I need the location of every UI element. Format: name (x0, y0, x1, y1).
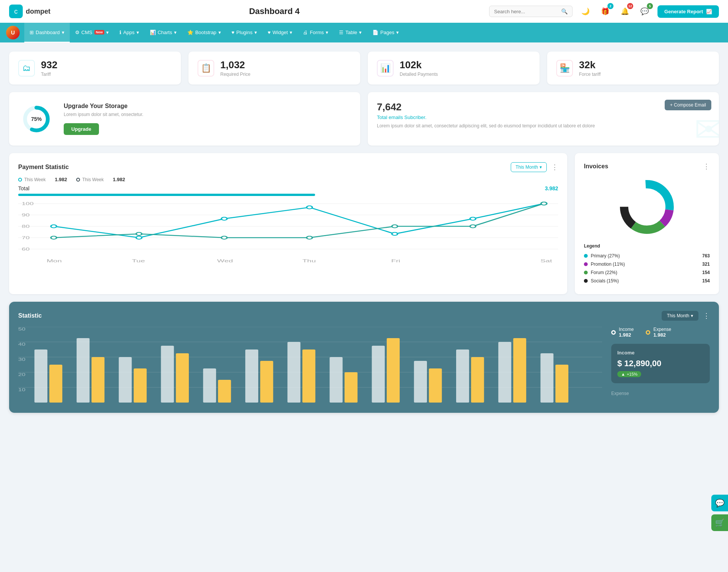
chart-icon: 📈 (706, 9, 712, 14)
expense-section-label: Expense (611, 388, 710, 399)
compose-email-button[interactable]: + Compose Email (665, 100, 711, 110)
logo: c dompet (9, 5, 50, 18)
charts-row: Payment Statistic This Month ▾ ⋮ This We… (9, 153, 719, 294)
stat-info: 102k Detalled Payments (400, 59, 438, 77)
legend-primary: Primary (27%) 763 (584, 252, 710, 260)
legend-dot-teal (18, 178, 22, 182)
storage-info: Upgrade Your Storage Lorem ipsum dolor s… (64, 103, 143, 135)
svg-point-14 (221, 217, 227, 220)
socials-count: 154 (702, 278, 710, 284)
payments-icon: 📊 (377, 60, 394, 77)
stat-info: 1,032 Required Price (220, 59, 250, 77)
nav-item-plugins[interactable]: ♥ Plugins ▾ (226, 23, 262, 42)
svg-text:Mon: Mon (47, 259, 62, 263)
svg-rect-47 (49, 365, 62, 403)
nav-item-charts[interactable]: 📊 Charts ▾ (144, 23, 182, 42)
statistic-sidebar: Income 1.982 Expense 1.982 Income $ (611, 327, 710, 404)
invoices-title: Invoices (584, 163, 608, 170)
svg-rect-66 (456, 349, 469, 403)
chat-button[interactable]: 💬 5 (638, 5, 651, 18)
chat-badge: 5 (647, 3, 653, 9)
nav-item-widget[interactable]: ♥ Widget ▾ (262, 23, 298, 42)
statistic-controls: This Month ▾ ⋮ (662, 311, 710, 321)
svg-rect-60 (329, 357, 342, 403)
svg-rect-59 (302, 349, 315, 403)
svg-rect-53 (176, 353, 189, 403)
nav-item-bootstrap[interactable]: ⭐ Bootstrap ▾ (182, 23, 226, 42)
pages-icon: 📄 (372, 30, 378, 35)
legend-item-1: This Week (18, 177, 46, 182)
nav-item-cms[interactable]: ⚙ CMS New ▾ (70, 23, 114, 42)
stats-row: 🗂 932 Tariff 📋 1,032 Required Price 📊 10… (9, 52, 719, 85)
promotion-count: 321 (702, 262, 710, 267)
price-label: Required Price (220, 72, 250, 77)
nav-item-dashboard[interactable]: ⊞ Dashboard ▾ (24, 23, 70, 42)
nav-item-apps[interactable]: ℹ Apps ▾ (114, 23, 144, 42)
expense-legend-item: Expense 1.982 (646, 327, 671, 338)
upgrade-button[interactable]: Upgrade (64, 123, 99, 135)
stat-card-required-price: 📋 1,032 Required Price (188, 52, 360, 85)
statistic-month-filter[interactable]: This Month ▾ (662, 311, 698, 321)
logo-name: dompet (26, 8, 50, 16)
svg-rect-50 (119, 357, 132, 403)
this-month-filter[interactable]: This Month ▾ (511, 162, 547, 172)
invoices-more-icon[interactable]: ⋮ (703, 162, 710, 171)
total-row: Total 3.982 (18, 185, 558, 191)
svg-text:20: 20 (18, 373, 25, 377)
gift-button[interactable]: 🎁 2 (598, 5, 612, 18)
search-box[interactable]: 🔍 (489, 6, 573, 17)
nav-item-table[interactable]: ☰ Table ▾ (334, 23, 367, 42)
more-options-icon[interactable]: ⋮ (551, 163, 558, 171)
middle-row: 75% Upgrade Your Storage Lorem ipsum dol… (9, 92, 719, 146)
svg-text:10: 10 (18, 388, 25, 392)
svg-text:50: 50 (18, 327, 25, 331)
envelope-icon: ✉ (694, 110, 719, 146)
invoices-legend: Primary (27%) 763 Promotion (11%) 321 Fo… (584, 252, 710, 285)
storage-percent: 75% (31, 116, 42, 122)
svg-rect-49 (91, 357, 104, 403)
promotion-dot (584, 262, 588, 266)
income-badge: ▲ +15% (617, 371, 641, 377)
bootstrap-icon: ⭐ (187, 30, 193, 35)
svg-rect-71 (555, 365, 568, 403)
search-input[interactable] (494, 9, 558, 14)
generate-report-button[interactable]: Generate Report 📈 (657, 5, 719, 18)
svg-point-20 (136, 232, 142, 235)
invoices-header: Invoices ⋮ (584, 162, 710, 171)
statistic-legend: Income 1.982 Expense 1.982 (611, 327, 710, 338)
svg-text:100: 100 (22, 202, 33, 206)
svg-point-25 (541, 202, 547, 205)
payment-line-chart: 100 90 80 70 60 (18, 196, 558, 264)
plugins-icon: ♥ (232, 30, 235, 35)
chevron-down-icon: ▾ (326, 30, 328, 35)
chevron-down-icon: ▾ (174, 30, 177, 35)
nav-item-pages[interactable]: 📄 Pages ▾ (367, 23, 404, 42)
svg-text:70: 70 (22, 236, 30, 240)
statistic-more-icon[interactable]: ⋮ (703, 312, 710, 320)
page-title: Dashboard 4 (249, 6, 300, 16)
svg-rect-51 (134, 368, 147, 403)
nav-item-forms[interactable]: 🖨 Forms ▾ (298, 23, 334, 42)
bar-chart-area: 50 40 30 20 10 (18, 327, 602, 404)
content: 🗂 932 Tariff 📋 1,032 Required Price 📊 10… (0, 42, 728, 422)
svg-rect-55 (218, 380, 231, 403)
svg-point-15 (307, 206, 312, 209)
svg-text:Thu: Thu (302, 259, 315, 263)
chevron-down-icon: ▾ (691, 313, 693, 318)
force-value: 32k (579, 59, 601, 71)
expense-dot (646, 330, 650, 335)
svg-point-24 (470, 225, 476, 228)
stat-info: 932 Tariff (41, 59, 57, 77)
cms-icon: ⚙ (75, 30, 80, 35)
moon-button[interactable]: 🌙 (579, 5, 592, 18)
primary-count: 763 (702, 253, 710, 259)
statistic-header: Statistic This Month ▾ ⋮ (18, 311, 710, 321)
svg-text:90: 90 (22, 213, 30, 217)
email-count: 7,642 (377, 101, 710, 113)
bell-button[interactable]: 🔔 12 (618, 5, 632, 18)
socials-dot (584, 279, 588, 283)
chevron-down-icon: ▾ (540, 165, 542, 170)
apps-icon: ℹ (119, 30, 121, 35)
chevron-down-icon: ▾ (136, 30, 139, 35)
logo-icon: c (9, 5, 23, 18)
